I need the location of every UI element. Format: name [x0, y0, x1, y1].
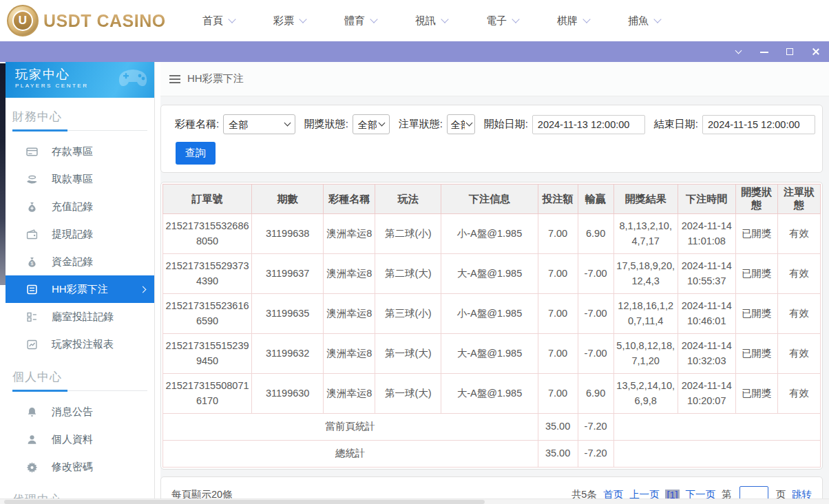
- table-cell: 2152173155293734390: [163, 253, 252, 293]
- sidebar-item-充值記錄[interactable]: 充值記錄: [6, 193, 154, 220]
- sidebar-item-玩家投注報表[interactable]: 玩家投注報表: [6, 330, 154, 358]
- sidebar-item-個人資料[interactable]: 個人資料: [6, 426, 154, 453]
- table-row-2: 215217315523616659031199635澳洲幸运8第三球(小)小-…: [163, 293, 821, 333]
- left-decor-strip: [0, 63, 6, 285]
- logo-letter: U: [12, 10, 33, 31]
- summary-bet-total: 35.00: [538, 440, 578, 467]
- nav-item-0[interactable]: 首頁: [183, 14, 254, 28]
- nav-item-label: 視訊: [415, 14, 436, 28]
- scrollbar-thumb[interactable]: [4, 500, 485, 504]
- total-count-text: 共5条: [571, 488, 597, 498]
- maximize-icon[interactable]: [785, 47, 795, 56]
- table-cell: 7.00: [538, 214, 578, 254]
- bets-table-panel: 訂單號期數彩種名稱玩法下注信息投注額輸贏開獎結果下注時間開獎狀態注單狀態 215…: [160, 182, 823, 470]
- horizontal-scrollbar[interactable]: [0, 498, 829, 504]
- sidebar-item-取款專區[interactable]: 取款專區: [6, 165, 154, 193]
- bell-icon: [26, 406, 38, 418]
- nav-item-3[interactable]: 視訊: [396, 14, 467, 28]
- nav-item-6[interactable]: 捕魚: [609, 14, 680, 28]
- sidebar-item-資金記錄[interactable]: $資金記錄: [6, 248, 154, 275]
- nav-item-label: 體育: [344, 14, 365, 28]
- sidebar-item-廳室投註記錄[interactable]: 廳室投註記錄: [6, 303, 154, 330]
- order-status-select[interactable]: 全部: [447, 114, 475, 134]
- jump-action-link[interactable]: 跳转: [792, 488, 812, 498]
- table-cell: 澳洲幸运8: [324, 214, 375, 254]
- table-cell: 澳洲幸运8: [324, 253, 375, 293]
- table-cell: 有效: [777, 253, 820, 293]
- table-cell: 第二球(大): [375, 253, 441, 293]
- sidebar-item-label: 玩家投注報表: [52, 338, 114, 351]
- table-cell: 2152173155080716170: [163, 373, 252, 413]
- column-header: 下注時間: [678, 185, 735, 214]
- brand-logo[interactable]: U USDT CASINO: [7, 5, 164, 36]
- nav-item-label: 捕魚: [628, 14, 649, 28]
- chevron-down-icon: [583, 15, 590, 23]
- table-cell: 小-A盤@1.985: [441, 214, 538, 254]
- chevron-down-icon: [512, 15, 519, 23]
- start-date-input[interactable]: [532, 115, 645, 134]
- nav-item-4[interactable]: 電子: [467, 14, 538, 28]
- sidebar-item-提現記錄[interactable]: 提現記錄: [6, 220, 154, 248]
- sidebar-item-label: 取款專區: [52, 173, 93, 186]
- collapse-chevron-icon[interactable]: [734, 47, 744, 56]
- top-nav: 首頁彩票體育視訊電子棋牌捕魚: [183, 14, 680, 28]
- nav-item-2[interactable]: 體育: [325, 14, 396, 28]
- table-cell: 已開獎: [735, 333, 777, 373]
- usdt-coin-icon: U: [7, 5, 39, 36]
- filter-panel: 彩種名稱: 全部 開獎狀態: 全部 注單狀態: 全部 開始日期:: [160, 105, 823, 173]
- table-row-4: 215217315508071617031199630澳洲幸运8第一球(大)大-…: [163, 373, 821, 413]
- table-cell: 澳洲幸运8: [324, 333, 375, 373]
- search-button[interactable]: 查詢: [176, 142, 216, 165]
- table-cell: -7.00: [578, 293, 613, 333]
- svg-text:$: $: [31, 260, 34, 265]
- sidebar-item-修改密碼[interactable]: 修改密碼: [6, 453, 154, 481]
- sidebar-item-消息公告[interactable]: 消息公告: [6, 398, 154, 426]
- summary-row: 當前頁統計35.00-7.20: [163, 413, 821, 440]
- lottery-name-select[interactable]: 全部: [223, 114, 295, 134]
- table-cell: 小-A盤@1.985: [441, 293, 538, 333]
- table-row-1: 215217315529373439031199637澳洲幸运8第二球(大)大-…: [163, 253, 821, 293]
- nav-item-1[interactable]: 彩票: [254, 14, 325, 28]
- table-cell: 大-A盤@1.985: [441, 253, 538, 293]
- nav-item-label: 彩票: [273, 14, 294, 28]
- nav-item-5[interactable]: 棋牌: [538, 14, 609, 28]
- chevron-down-icon: [228, 15, 235, 23]
- sidebar: 玩家中心 PLAYERS CENTER 財務中心存款專區取款專區充值記錄提現記錄…: [6, 62, 155, 504]
- top-header: U USDT CASINO 首頁彩票體育視訊電子棋牌捕魚: [0, 0, 829, 41]
- next-page-link[interactable]: 下一页: [686, 488, 716, 498]
- summary-empty-cell: [613, 413, 820, 440]
- brand-name: USDT CASINO: [43, 11, 166, 31]
- first-page-link[interactable]: 首页: [603, 488, 623, 498]
- sidebar-section-title: 個人中心: [12, 369, 154, 385]
- table-cell: 7.00: [538, 293, 578, 333]
- summary-label: 總統計: [163, 440, 538, 467]
- table-cell: 6.90: [578, 214, 613, 254]
- draw-status-select[interactable]: 全部: [353, 114, 390, 134]
- minimize-icon[interactable]: [759, 47, 769, 56]
- chevron-down-icon: [441, 15, 448, 23]
- recharge-record-icon: [26, 201, 38, 213]
- jump-prefix-text: 第: [722, 488, 732, 498]
- main-content: HH彩票下注 彩種名稱: 全部 開獎狀態: 全部 注單狀態: 全部: [160, 62, 829, 498]
- table-cell: 31199635: [252, 293, 324, 333]
- end-date-input[interactable]: [702, 115, 815, 134]
- sidebar-item-label: 充值記錄: [52, 200, 93, 213]
- close-icon[interactable]: [810, 47, 820, 56]
- lottery-name-select-wrap: 全部: [223, 114, 295, 134]
- window-title-bar: [0, 41, 829, 62]
- sidebar-item-存款專區[interactable]: 存款專區: [6, 138, 154, 165]
- prev-page-link[interactable]: 上一页: [629, 488, 660, 498]
- table-cell: 7.00: [538, 333, 578, 373]
- table-cell: 17,5,18,9,20,12,4,3: [613, 253, 678, 293]
- summary-win-loss: -7.20: [578, 440, 613, 467]
- current-page-badge: [1]: [665, 490, 679, 498]
- jump-page-input[interactable]: [739, 486, 768, 498]
- table-cell: 有效: [777, 373, 820, 413]
- withdraw-hand-icon: [26, 174, 38, 185]
- table-cell: 澳洲幸运8: [324, 373, 375, 413]
- menu-toggle-icon[interactable]: [169, 75, 180, 83]
- pager: 共5条 首页 上一页 [1] 下一页 第 页 跳转: [571, 486, 812, 498]
- sidebar-item-HH彩票下注[interactable]: HH彩票下注: [6, 275, 154, 303]
- withdrawal-record-icon: [26, 229, 38, 240]
- table-cell: 2024-11-14 11:01:08: [678, 214, 735, 254]
